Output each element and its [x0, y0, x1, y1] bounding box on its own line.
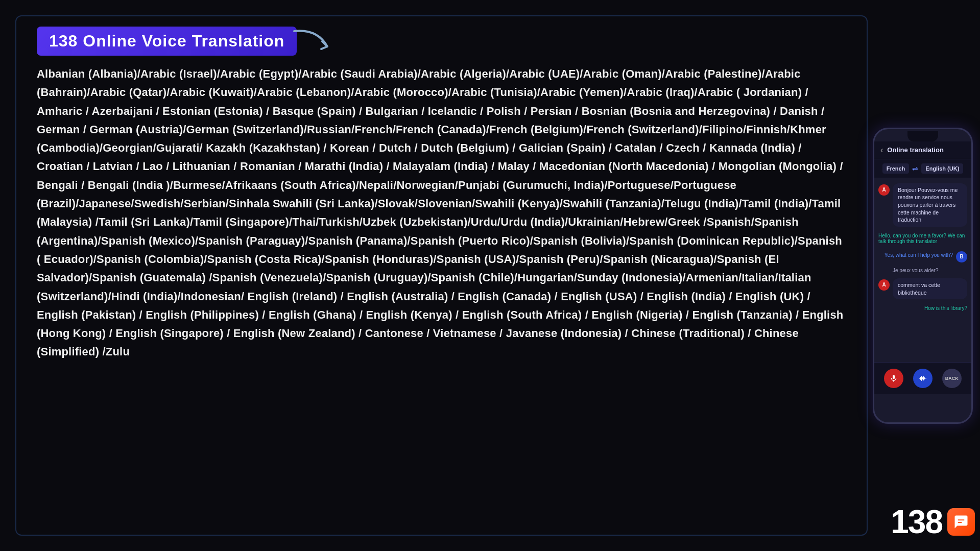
message-6: How is this library?	[878, 303, 967, 313]
mic-button[interactable]	[884, 369, 903, 388]
back-button[interactable]: BACK	[942, 369, 962, 388]
phone-header: ‹ Online translation	[874, 141, 971, 159]
source-language-btn[interactable]: French	[882, 163, 910, 174]
avatar-b-3: B	[956, 251, 967, 262]
bubble-4: Je peux vous aider?	[893, 267, 939, 274]
arrow-icon	[292, 26, 338, 57]
page-title: 138 Online Voice Translation	[49, 32, 284, 50]
message-3: Yes, what can I help you with? B	[878, 250, 967, 262]
target-language-btn[interactable]: English (UK)	[921, 163, 963, 174]
bubble-5: comment va cette bibliothèque	[893, 278, 967, 299]
bottom-badge: 138	[891, 503, 975, 541]
message-2: Hello, can you do me a favor? We can tal…	[878, 231, 967, 246]
message-5: A comment va cette bibliothèque	[878, 278, 967, 299]
phone-controls: BACK	[874, 362, 971, 394]
message-1: A Bonjour Pouvez-vous me rendre un servi…	[878, 183, 967, 227]
chat-area: A Bonjour Pouvez-vous me rendre un servi…	[874, 178, 971, 362]
bubble-1: Bonjour Pouvez-vous me rendre un service…	[893, 183, 967, 227]
languages-list: Albanian (Albania)/Arabic (Israel)/Arabi…	[37, 65, 846, 362]
phone-notch	[907, 131, 938, 141]
avatar-a-1: A	[878, 184, 890, 196]
phone-mockup: ‹ Online translation French ⇌ English (U…	[873, 128, 973, 424]
bubble-blue-3: Yes, what can I help you with?	[885, 250, 953, 260]
bubble-teal-6: How is this library?	[924, 303, 967, 313]
phone-header-title: Online translation	[887, 146, 944, 154]
badge-number: 138	[891, 503, 942, 541]
swap-languages-icon[interactable]: ⇌	[912, 164, 918, 173]
badge-icon	[947, 508, 975, 536]
back-arrow-icon[interactable]: ‹	[880, 146, 883, 155]
title-banner: 138 Online Voice Translation	[37, 27, 297, 56]
bubble-teal-2: Hello, can you do me a favor? We can tal…	[878, 231, 967, 246]
message-4: Je peux vous aider?	[878, 267, 967, 274]
wave-button[interactable]	[913, 369, 933, 388]
language-selector: French ⇌ English (UK)	[874, 159, 971, 178]
title-box: 138 Online Voice Translation	[37, 27, 297, 56]
svg-rect-0	[893, 375, 895, 379]
phone-mockup-container: ‹ Online translation French ⇌ English (U…	[873, 128, 975, 424]
main-container: 138 Online Voice Translation Albanian (A…	[15, 15, 868, 536]
avatar-a-5: A	[878, 279, 890, 291]
